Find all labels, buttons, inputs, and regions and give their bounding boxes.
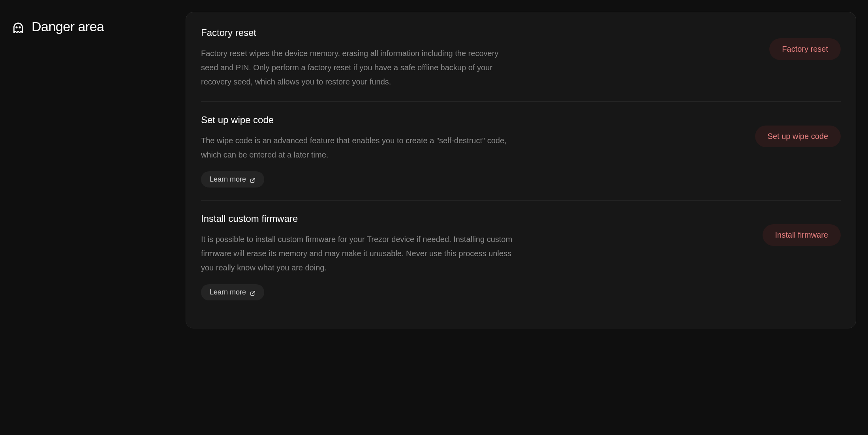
factory-reset-description: Factory reset wipes the device memory, e… [201, 46, 513, 89]
factory-reset-section: Factory reset Factory reset wipes the de… [201, 27, 841, 102]
wipe-code-description: The wipe code is an advanced feature tha… [201, 133, 513, 162]
learn-more-label: Learn more [210, 175, 246, 184]
sidebar-header: Danger area [12, 12, 170, 328]
install-firmware-button[interactable]: Install firmware [763, 224, 841, 246]
custom-firmware-learn-more-button[interactable]: Learn more [201, 284, 264, 300]
svg-line-3 [252, 291, 255, 293]
svg-line-2 [252, 178, 255, 180]
ghost-icon [12, 22, 24, 35]
wipe-code-learn-more-button[interactable]: Learn more [201, 171, 264, 188]
svg-point-0 [16, 27, 17, 28]
custom-firmware-description: It is possible to install custom firmwar… [201, 232, 513, 275]
factory-reset-title: Factory reset [201, 27, 513, 38]
learn-more-label: Learn more [210, 288, 246, 296]
custom-firmware-title: Install custom firmware [201, 213, 513, 224]
danger-area-panel: Factory reset Factory reset wipes the de… [186, 12, 856, 328]
custom-firmware-section: Install custom firmware It is possible t… [201, 213, 841, 313]
wipe-code-section: Set up wipe code The wipe code is an adv… [201, 114, 841, 201]
page-title: Danger area [32, 19, 104, 34]
setup-wipe-code-button[interactable]: Set up wipe code [755, 126, 841, 147]
wipe-code-title: Set up wipe code [201, 114, 513, 126]
external-link-icon [250, 177, 256, 182]
external-link-icon [250, 290, 256, 295]
factory-reset-button[interactable]: Factory reset [769, 38, 841, 60]
svg-point-1 [19, 27, 21, 28]
